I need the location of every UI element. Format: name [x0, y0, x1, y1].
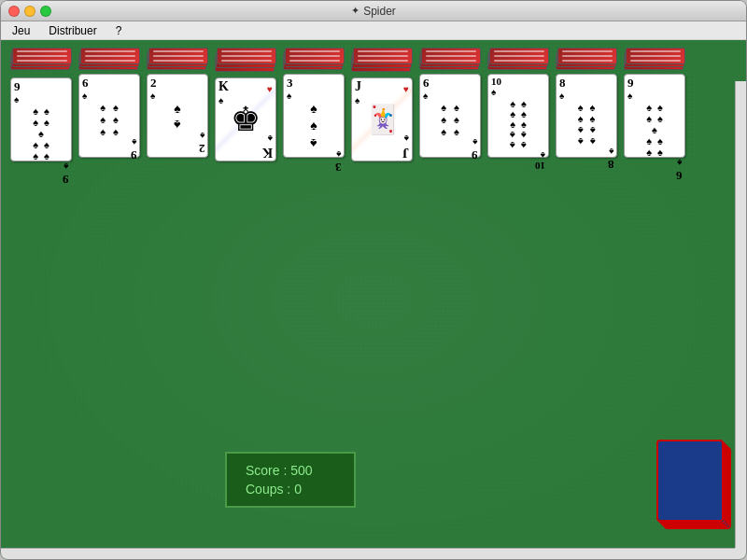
menubar: Jeu Distribuer ? — [1, 21, 746, 40]
minimize-button[interactable] — [24, 6, 35, 17]
scrollbar-horizontal[interactable] — [1, 548, 735, 559]
card-10-spades-7[interactable]: 10♠ ♠♠ ♠♠ ♠♠ ♠♠ ♠♠ 10♠ — [487, 74, 549, 158]
card-9-spades-9[interactable]: 9♠ ♠♠ ♠♠ ♠ ♠♠ ♠♠ 6♠ — [624, 74, 685, 158]
card-6-spades-6[interactable]: 6♠ ♠♠ ♠♠ ♠♠ 9♠ — [419, 74, 481, 158]
card-back-stack-0 — [10, 48, 74, 76]
scrollbar-vertical[interactable] — [735, 81, 746, 548]
card-column-3: K♠ ♚ ♥ K♠ — [215, 48, 276, 161]
scrollbar-corner — [735, 548, 746, 559]
menu-jeu[interactable]: Jeu — [8, 24, 34, 37]
score-line: Score : 500 — [246, 463, 335, 478]
game-area: 9♠ ♠♠ ♠♠ ♠ ♠♠ ♠♠ 9♠ — [1, 40, 746, 559]
window: ✦ Spider Jeu Distribuer ? — [0, 0, 747, 560]
card-column-9: 9♠ ♠♠ ♠♠ ♠ ♠♠ ♠♠ 6♠ — [624, 48, 685, 158]
maximize-button[interactable] — [40, 6, 51, 17]
card-column-8: 8♠ ♠♠ ♠♠ ♠♠ ♠♠ 8♠ — [556, 48, 617, 158]
title-icon: ✦ — [351, 5, 359, 17]
titlebar: ✦ Spider — [1, 1, 746, 21]
card-king-spades-3[interactable]: K♠ ♚ ♥ K♠ — [215, 77, 276, 161]
card-column-2: 2♠ ♠ ♠ 2♠ — [147, 48, 208, 158]
card-jack-spades-5[interactable]: J♠ 🃏 ♥ J♠ — [351, 77, 413, 161]
score-box: Score : 500 Coups : 0 — [225, 452, 356, 508]
card-column-5: J♠ 🃏 ♥ J♠ — [351, 48, 413, 161]
card-column-7: 10♠ ♠♠ ♠♠ ♠♠ ♠♠ ♠♠ 10♠ — [487, 48, 549, 158]
card-column-4: 3♠ ♠ ♠ ♠ 3♠ — [283, 48, 345, 158]
menu-help[interactable]: ? — [112, 24, 126, 37]
card-column-0: 9♠ ♠♠ ♠♠ ♠ ♠♠ ♠♠ 9♠ — [10, 48, 74, 161]
traffic-lights — [8, 6, 51, 17]
window-title: ✦ Spider — [351, 5, 396, 18]
card-2-spades-2[interactable]: 2♠ ♠ ♠ 2♠ — [147, 74, 208, 158]
menu-distribuer[interactable]: Distribuer — [45, 24, 100, 37]
card-3-spades-4[interactable]: 3♠ ♠ ♠ ♠ 3♠ — [283, 74, 345, 158]
card-9-spades-0[interactable]: 9♠ ♠♠ ♠♠ ♠ ♠♠ ♠♠ 9♠ — [10, 77, 72, 161]
deck-pile[interactable] — [656, 447, 729, 531]
card-6-spades-1[interactable]: 6♠ ♠♠ ♠♠ ♠♠ 9♠ — [78, 74, 140, 158]
card-column-6: 6♠ ♠♠ ♠♠ ♠♠ 9♠ — [419, 48, 481, 158]
coups-line: Coups : 0 — [246, 482, 335, 497]
card-8-spades-8[interactable]: 8♠ ♠♠ ♠♠ ♠♠ ♠♠ 8♠ — [556, 74, 617, 158]
close-button[interactable] — [8, 6, 20, 17]
card-column-1: 6♠ ♠♠ ♠♠ ♠♠ 9♠ — [78, 48, 140, 158]
